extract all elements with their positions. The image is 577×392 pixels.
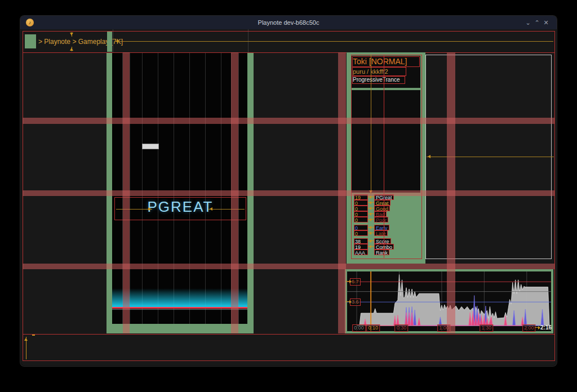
stat-value: 19: [354, 194, 368, 200]
stat-row: 38Score: [354, 238, 391, 244]
desktop: ♪ Playnote dev-b68c50c ⌄ ⌃ ✕ > Playnote …: [0, 0, 577, 392]
stat-row: 0Bad: [354, 211, 387, 217]
time-tick-label: 2:00: [522, 324, 536, 332]
density-graph-bg: [347, 271, 551, 331]
stat-label: Good: [374, 206, 390, 211]
arrow-left-icon: [368, 211, 374, 217]
arrow-left-icon: [368, 230, 374, 236]
spacing-guide-arrow-down: [72, 32, 72, 37]
stat-value: AAA: [354, 250, 368, 255]
song-genre: ProgressiveTrance: [352, 76, 405, 84]
header-spacer-block: [25, 34, 36, 48]
song-end-time: 2:16: [535, 324, 552, 331]
song-title: Toki [NORMAL]: [352, 56, 420, 67]
arrow-left-icon: [368, 225, 374, 230]
arrow-left-icon: [368, 206, 374, 211]
stat-label: Bad: [374, 211, 387, 217]
panel-content-block: [352, 90, 420, 193]
stat-label: Great: [374, 200, 390, 206]
center-guide-arrow-left: [116, 209, 152, 210]
stat-value: 0: [354, 225, 368, 230]
height-guide-arrow: [371, 55, 371, 194]
judgement-popup: PGREAT: [114, 198, 246, 216]
time-tick-label: 0:00: [352, 324, 366, 332]
window-titlebar[interactable]: ♪ Playnote dev-b68c50c ⌄ ⌃ ✕: [20, 16, 557, 30]
center-guide-arrow-right: [208, 209, 245, 210]
layout-guide-line: [384, 55, 384, 258]
time-tick-label: 1:00: [437, 324, 451, 332]
arrow-left-icon: [368, 244, 374, 250]
guide-tick: [32, 335, 35, 336]
stat-row: 0Great: [354, 200, 390, 206]
window-title: Playnote dev-b68c50c: [20, 16, 557, 29]
arrow-left-icon: [368, 217, 374, 222]
stat-row: 19Combo: [354, 244, 394, 250]
stat-row: 0Late: [354, 230, 388, 236]
stat-row: 0Poor: [354, 217, 388, 222]
stat-label: Poor: [374, 217, 388, 222]
spacing-guide-arrow-up: [72, 47, 72, 51]
stat-value: 0: [354, 211, 368, 217]
density-guide-label: 6.7: [350, 278, 361, 286]
stat-value: 0: [354, 217, 368, 222]
density-chart: [347, 271, 551, 331]
time-tick-label: 0:30: [395, 324, 409, 332]
time-tick-label: 1:30: [480, 324, 494, 332]
width-guide-arrow: [427, 157, 554, 157]
footer-outline: [23, 334, 555, 361]
stat-label: Score: [374, 238, 391, 244]
header-spacer-block: [107, 32, 112, 52]
close-icon[interactable]: ✕: [541, 16, 551, 29]
width-guide-arrow: [114, 41, 553, 42]
arrow-left-icon: [368, 238, 374, 244]
stat-value: 38: [354, 238, 368, 244]
stat-value: 0: [354, 200, 368, 206]
stat-row: 0Good: [354, 206, 390, 211]
stat-value: 0: [354, 230, 368, 236]
arrow-left-icon: [368, 194, 374, 200]
stat-row: 19PGreat: [354, 194, 394, 200]
stat-label: Late: [374, 230, 388, 236]
song-artist: puru / kkkfff2: [352, 67, 406, 76]
stat-value: 19: [354, 244, 368, 250]
density-guide-label: 3.6: [350, 299, 361, 306]
stat-label: Early: [374, 225, 389, 230]
time-tick-label: 0:10: [366, 324, 380, 332]
arrow-left-icon: [368, 200, 374, 206]
stat-value: 0: [354, 206, 368, 211]
height-guide-arrow: [26, 337, 26, 359]
stat-label: Rank: [374, 250, 389, 255]
